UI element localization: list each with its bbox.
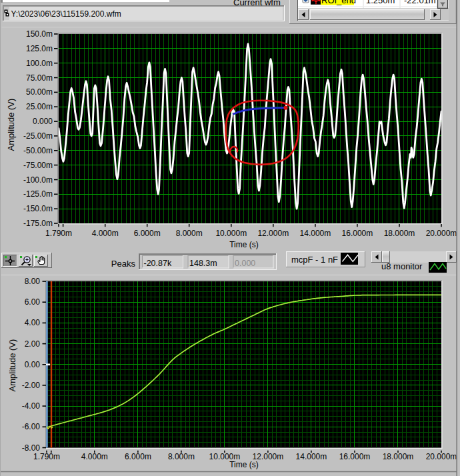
svg-text:16.000m: 16.000m — [342, 229, 373, 238]
svg-text:-50.00m: -50.00m — [23, 146, 53, 155]
svg-text:-22.01m: -22.01m — [404, 0, 436, 5]
svg-text:20.000m: 20.000m — [426, 452, 457, 461]
svg-text:16.000m: 16.000m — [339, 452, 371, 461]
svg-text:25.00m: 25.00m — [26, 102, 53, 111]
svg-text:-125.0m: -125.0m — [23, 189, 53, 199]
svg-text:Time (s): Time (s) — [229, 240, 259, 249]
svg-text:4.000m: 4.000m — [92, 229, 119, 238]
svg-text:20.000m: 20.000m — [426, 229, 457, 238]
svg-text:-8.00: -8.00 — [22, 443, 41, 453]
svg-text:-175.0m: -175.0m — [23, 219, 53, 228]
svg-text:148.3m: 148.3m — [189, 259, 217, 268]
svg-text:150.0m: 150.0m — [26, 29, 53, 39]
svg-text:100.0m: 100.0m — [26, 59, 53, 68]
svg-text:-150.0m: -150.0m — [23, 204, 53, 213]
svg-text:6.000m: 6.000m — [134, 229, 161, 238]
svg-text:2.00: 2.00 — [25, 339, 41, 349]
svg-text:mcpF - 1 nF: mcpF - 1 nF — [291, 255, 338, 265]
svg-text:10.000m: 10.000m — [215, 229, 247, 238]
svg-text:-75.00m: -75.00m — [23, 161, 53, 170]
svg-text:-4.00: -4.00 — [22, 401, 41, 411]
svg-text:ROI_end: ROI_end — [321, 0, 356, 5]
svg-text:Current wfm: Current wfm — [233, 0, 281, 7]
svg-text:Peaks: Peaks — [111, 259, 136, 269]
svg-text:-6.00: -6.00 — [22, 422, 41, 431]
svg-text:6.000m: 6.000m — [125, 452, 151, 461]
svg-text:8.000m: 8.000m — [176, 229, 203, 238]
svg-text:Amplitude (V): Amplitude (V) — [7, 339, 17, 392]
svg-text:12.000m: 12.000m — [257, 229, 289, 238]
svg-text:4.000m: 4.000m — [81, 452, 108, 461]
svg-text:125.0m: 125.0m — [26, 44, 53, 53]
svg-text:0.00: 0.00 — [25, 360, 41, 369]
svg-text:1.790m: 1.790m — [33, 452, 60, 461]
svg-text:0.000: 0.000 — [235, 259, 255, 268]
svg-text:1.250m: 1.250m — [366, 0, 395, 5]
svg-text:14.000m: 14.000m — [296, 452, 327, 461]
svg-text:-2.00: -2.00 — [22, 381, 41, 390]
svg-text:18.000m: 18.000m — [384, 229, 415, 238]
svg-text:Amplitude (V): Amplitude (V) — [6, 99, 16, 151]
svg-text:0.000: 0.000 — [33, 117, 53, 126]
svg-text:1.790m: 1.790m — [45, 229, 72, 238]
svg-text:4.00: 4.00 — [25, 318, 41, 327]
svg-text:8.000m: 8.000m — [168, 452, 195, 461]
svg-text:75.00m: 75.00m — [26, 73, 53, 83]
svg-text:14.000m: 14.000m — [300, 229, 331, 238]
svg-text:18.000m: 18.000m — [383, 452, 414, 461]
svg-text:-20.87k: -20.87k — [144, 259, 172, 268]
svg-text:Y:\2023\06\23\115159.200.wfm: Y:\2023\06\23\115159.200.wfm — [11, 9, 121, 19]
svg-text:u8 monitor: u8 monitor — [381, 261, 423, 271]
svg-text:50.00m: 50.00m — [26, 87, 53, 97]
svg-text:Time (s): Time (s) — [229, 460, 259, 469]
svg-text:6.00: 6.00 — [25, 297, 41, 307]
svg-text:8.00: 8.00 — [25, 277, 41, 286]
svg-text:-25.00m: -25.00m — [23, 131, 53, 141]
svg-text:-100.0m: -100.0m — [23, 175, 53, 185]
